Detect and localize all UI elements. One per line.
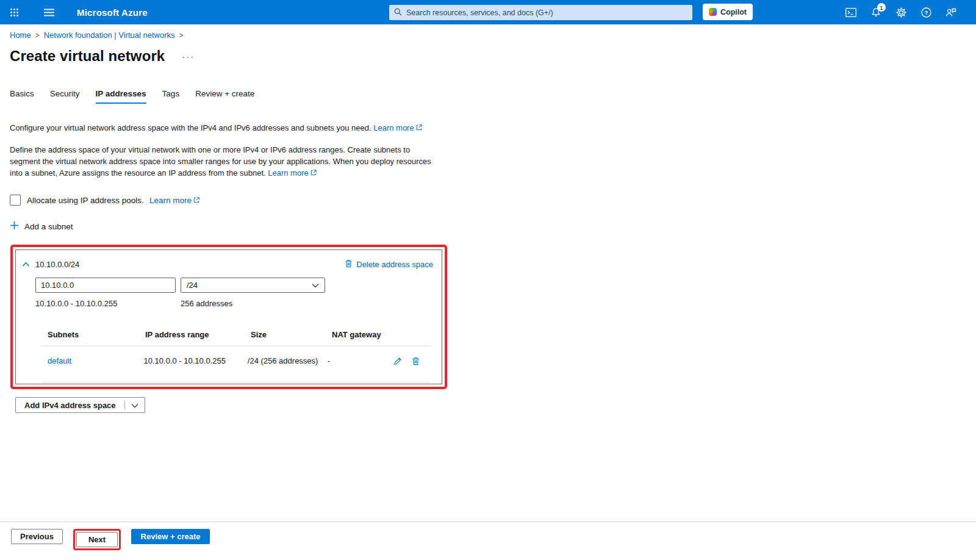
cloud-shell-icon[interactable]: [845, 7, 856, 18]
breadcrumb-section-link[interactable]: Network foundation | Virtual networks: [44, 31, 175, 40]
learn-more-link[interactable]: Learn more: [373, 123, 422, 132]
hamburger-menu-icon[interactable]: [37, 0, 61, 24]
delete-address-space-label: Delete address space: [356, 260, 433, 269]
search-icon: [394, 7, 402, 18]
learn-more-link[interactable]: Learn more: [268, 168, 316, 178]
notifications-bell-icon[interactable]: 1: [870, 7, 881, 18]
tab-security[interactable]: Security: [50, 89, 80, 104]
add-ipv4-address-space-button[interactable]: Add IPv4 address space: [15, 397, 145, 413]
description-text-body: Define the address space of your virtual…: [10, 145, 431, 178]
subnet-default-link[interactable]: default: [48, 356, 71, 365]
prefix-length-value: /24: [187, 281, 198, 290]
svg-text:?: ?: [924, 9, 928, 16]
address-space-annotation-highlight: 10.10.0.0/24 Delete address space /24: [10, 245, 447, 389]
copilot-label: Copilot: [720, 8, 747, 16]
address-space-input[interactable]: [35, 278, 176, 293]
help-icon[interactable]: ?: [920, 7, 931, 18]
intro-text: Configure your virtual network address s…: [10, 123, 976, 134]
intro-text-body: Configure your virtual network address s…: [10, 123, 371, 132]
header-nat-gateway: NAT gateway: [332, 330, 399, 339]
external-link-icon: [416, 123, 422, 134]
waffle-menu-icon[interactable]: [0, 0, 28, 24]
subnet-size: /24 (256 addresses): [248, 356, 328, 365]
delete-subnet-trash-icon[interactable]: [412, 357, 420, 365]
next-button[interactable]: Next: [76, 532, 118, 547]
chevron-down-icon[interactable]: [131, 401, 138, 410]
address-range-text: 10.10.0.0 - 10.10.0.255: [35, 299, 181, 308]
description-text: Define the address space of your virtual…: [10, 145, 438, 179]
address-count-text: 256 addresses: [181, 299, 232, 308]
review-create-button[interactable]: Review + create: [131, 529, 210, 544]
previous-button[interactable]: Previous: [11, 529, 63, 544]
next-button-annotation-highlight: Next: [73, 529, 121, 550]
allocate-ip-pools-label: Allocate using IP address pools.: [27, 196, 144, 205]
external-link-icon: [310, 168, 317, 179]
address-space-cidr: 10.10.0.0/24: [35, 260, 79, 269]
global-search[interactable]: [389, 5, 692, 20]
breadcrumb: Home > Network foundation | Virtual netw…: [10, 31, 976, 40]
page-title: Create virtual network: [10, 48, 165, 65]
header-subnets: Subnets: [48, 330, 145, 339]
wizard-footer: Previous Next Review + create: [0, 522, 976, 550]
table-row: default 10.10.0.0 - 10.10.0.255 /24 (256…: [41, 346, 431, 375]
add-subnet-button[interactable]: Add a subnet: [10, 221, 73, 232]
tab-review-create[interactable]: Review + create: [195, 89, 254, 104]
settings-gear-icon[interactable]: [895, 7, 906, 18]
tab-tags[interactable]: Tags: [162, 89, 180, 104]
allocate-ip-pools-checkbox[interactable]: [10, 195, 21, 206]
learn-more-link[interactable]: Learn more: [149, 196, 199, 205]
breadcrumb-separator: >: [179, 31, 184, 40]
breadcrumb-separator: >: [35, 31, 40, 40]
ip-pools-option: Allocate using IP address pools. Learn m…: [10, 195, 976, 206]
prefix-length-dropdown[interactable]: /24: [181, 278, 325, 293]
trash-icon: [345, 259, 353, 270]
external-link-icon: [193, 196, 199, 205]
tab-ip-addresses[interactable]: IP addresses: [96, 89, 146, 104]
plus-icon: [10, 221, 19, 232]
copilot-button[interactable]: Copilot: [703, 4, 753, 20]
table-divider: [41, 382, 431, 382]
subnet-table-header: Subnets IP address range Size NAT gatewa…: [41, 330, 431, 339]
subnet-table: Subnets IP address range Size NAT gatewa…: [41, 330, 431, 382]
subnet-nat-gateway: -: [328, 356, 393, 365]
address-space-panel: 10.10.0.0/24 Delete address space /24: [15, 249, 442, 384]
edit-subnet-pencil-icon[interactable]: [393, 357, 402, 365]
delete-address-space-link[interactable]: Delete address space: [345, 259, 433, 270]
header-size: Size: [251, 330, 332, 339]
azure-top-bar: Microsoft Azure Copilot 1 ?: [0, 0, 976, 24]
notification-count-badge: 1: [877, 3, 886, 12]
header-ip-range: IP address range: [145, 330, 251, 339]
tab-basics[interactable]: Basics: [10, 89, 34, 104]
button-split-divider: [124, 401, 125, 409]
search-input[interactable]: [406, 9, 687, 17]
context-menu-ellipsis-icon[interactable]: ···: [182, 51, 195, 62]
subnet-ip-range: 10.10.0.0 - 10.10.0.255: [144, 356, 248, 365]
add-ipv4-label: Add IPv4 address space: [24, 401, 116, 410]
chevron-down-icon: [312, 281, 319, 290]
collapse-chevron-up-icon[interactable]: [22, 259, 30, 270]
feedback-icon[interactable]: [946, 7, 956, 18]
azure-brand-title: Microsoft Azure: [77, 7, 148, 18]
add-subnet-label: Add a subnet: [24, 222, 73, 231]
breadcrumb-home-link[interactable]: Home: [10, 31, 31, 40]
wizard-tabs: Basics Security IP addresses Tags Review…: [10, 89, 976, 104]
copilot-logo-icon: [709, 8, 717, 16]
